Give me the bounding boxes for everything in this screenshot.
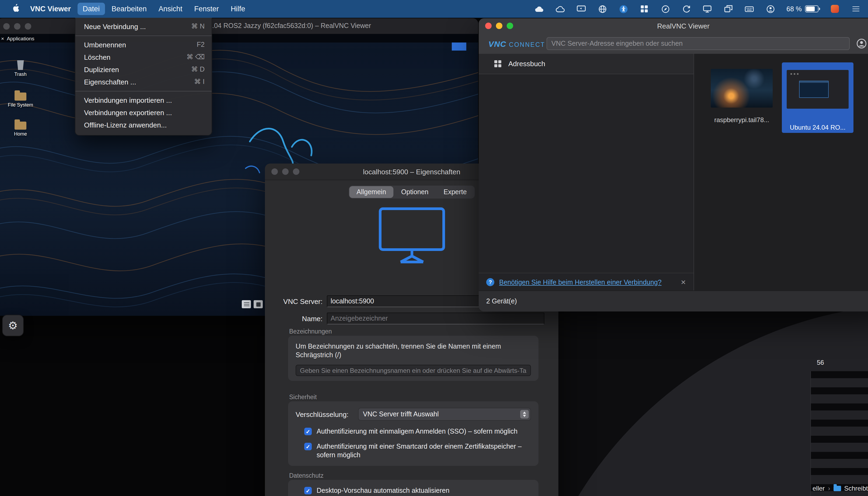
help-link[interactable]: Benötigen Sie Hilfe beim Herstellen eine… <box>499 278 661 286</box>
apple-icon <box>12 4 19 12</box>
minimize-button[interactable] <box>14 23 20 29</box>
sidebar-item-adressbuch[interactable]: Adressbuch <box>479 54 693 74</box>
folder-icon <box>15 93 26 100</box>
minimize-button[interactable] <box>496 22 503 29</box>
device-ubuntu-selected[interactable]: Ubuntu 24.04 RO... <box>782 62 853 133</box>
encryption-dropdown[interactable]: VNC Server trifft Auswahl <box>358 408 531 421</box>
menu-item-umbenennen[interactable]: Umbenennen F2 <box>75 39 212 51</box>
sync-icon[interactable] <box>682 4 691 13</box>
encryption-label: Verschlüsselung: <box>296 410 358 418</box>
path-bar: eller › Schreibt <box>812 485 868 492</box>
user-menu-icon[interactable] <box>765 4 775 13</box>
viewer-sidebar: Adressbuch ? Benötigen Sie Hilfe beim He… <box>479 54 694 291</box>
chevron-right-icon: › <box>828 485 830 492</box>
menu-hilfe[interactable]: Hilfe <box>225 3 251 15</box>
close-icon[interactable]: ✕ <box>680 278 686 286</box>
zoom-button[interactable] <box>25 23 31 29</box>
zoom-button[interactable] <box>507 22 513 29</box>
menu-item-eigenschaften[interactable]: Eigenschaften ... ⌘ I <box>75 76 212 88</box>
viewer-status-bar: 2 Gerät(e) <box>479 291 868 311</box>
list-row <box>811 387 868 394</box>
zoom-button[interactable] <box>293 168 299 175</box>
path-crumb[interactable]: eller <box>812 485 825 492</box>
preview-checkbox-label: Desktop-Vorschau automatisch aktualisier… <box>317 486 449 495</box>
cloud-icon[interactable] <box>535 4 544 13</box>
path-crumb[interactable]: Schreibt <box>844 485 868 492</box>
accessibility-icon[interactable] <box>618 4 628 13</box>
battery-status[interactable]: 68 % <box>787 5 819 13</box>
keyboard-input-icon[interactable] <box>745 4 754 13</box>
desktop-icon-trash[interactable]: Trash <box>9 60 32 77</box>
device-thumbnail <box>787 70 849 109</box>
app-menu[interactable]: VNC Viewer <box>25 3 76 15</box>
labels-section-title: Bezeichnungen <box>289 328 332 335</box>
menu-item-loeschen[interactable]: Löschen ⌘ ⌫ <box>75 51 212 63</box>
tab-allgemein[interactable]: Allgemein <box>349 186 394 198</box>
menu-bearbeiten[interactable]: Bearbeiten <box>106 3 152 15</box>
address-book-grid-icon <box>494 60 502 68</box>
background-row-number: 56 <box>817 359 824 366</box>
device-count: 2 Gerät(e) <box>486 297 517 305</box>
sign-in-button[interactable]: An <box>856 38 868 49</box>
menu-ansicht[interactable]: Ansicht <box>153 3 188 15</box>
background-list-rows <box>810 371 868 496</box>
desktop-icon-filesystem[interactable]: File System <box>9 93 32 108</box>
remote-window-title: .04 ROS2 Jazzy (f62cfac5632d:0) – RealVN… <box>212 22 371 30</box>
menu-item-neue-verbindung[interactable]: Neue Verbindung ... ⌘ N <box>75 20 212 33</box>
display-icon[interactable] <box>702 4 712 13</box>
menu-item-duplizieren[interactable]: Duplizieren ⌘ D <box>75 63 212 76</box>
labels-groupbox: Um Bezeichnungen zu schachteln, trennen … <box>288 336 538 381</box>
close-button[interactable] <box>485 22 492 29</box>
viewer-title: RealVNC Viewer <box>657 22 710 30</box>
close-button[interactable] <box>3 23 10 29</box>
close-button[interactable] <box>271 168 278 175</box>
cloud-icon[interactable] <box>555 4 565 13</box>
device-thumbnail <box>711 69 773 108</box>
server-address-search-input[interactable] <box>547 37 850 50</box>
labels-hint: Um Bezeichnungen zu schachteln, trennen … <box>296 342 531 359</box>
minimize-button[interactable] <box>282 168 289 175</box>
checkbox-checked[interactable]: ✓ <box>304 428 312 435</box>
menu-separator <box>75 91 212 91</box>
vnc-connect-logo: VNC CONNECT <box>489 39 542 48</box>
compass-icon[interactable] <box>660 4 670 13</box>
name-input[interactable] <box>327 313 544 324</box>
battery-percent: 68 % <box>787 5 802 13</box>
list-row <box>811 468 868 475</box>
device-raspberrypi[interactable]: raspberrypi.tail78... <box>711 69 773 124</box>
security-groupbox: Verschlüsselung: VNC Server trifft Auswa… <box>288 401 538 466</box>
desktop-icon-home[interactable]: Home <box>9 122 32 137</box>
menu-datei[interactable]: Datei <box>77 3 105 15</box>
dialog-title: localhost:5900 – Eigenschaften <box>363 168 460 176</box>
globe-icon[interactable] <box>597 4 607 13</box>
menu-item-verbindungen-importieren[interactable]: Verbindungen importieren ... <box>75 94 212 107</box>
screen-settings-button[interactable]: ⚙ <box>2 315 24 336</box>
smartcard-checkbox-row: ✓ Authentifizierung mit einer Smartcard … <box>296 442 531 460</box>
tab-optionen[interactable]: Optionen <box>394 186 436 198</box>
list-row <box>811 452 868 459</box>
device-name: raspberrypi.tail78... <box>711 116 773 124</box>
remote-window-titlebar[interactable]: .04 ROS2 Jazzy (f62cfac5632d:0) – RealVN… <box>0 18 478 34</box>
menu-item-verbindungen-exportieren[interactable]: Verbindungen exportieren ... <box>75 107 212 119</box>
name-row: Name: <box>265 313 558 324</box>
stage-manager-icon[interactable] <box>723 4 733 13</box>
screenshot-app-icon[interactable] <box>830 4 839 13</box>
checkbox-checked[interactable]: ✓ <box>304 443 312 450</box>
menu-lines-icon[interactable] <box>851 4 860 13</box>
labels-input[interactable] <box>296 365 531 376</box>
remote-applications-menu[interactable]: Applications <box>7 35 34 41</box>
screen-share-icon[interactable] <box>577 4 586 13</box>
viewer-titlebar[interactable]: RealVNC Viewer <box>479 18 868 33</box>
window-grid-icon[interactable] <box>640 4 649 13</box>
remote-keyboard-tray-icon[interactable] <box>242 300 251 308</box>
apple-menu[interactable] <box>8 2 24 16</box>
remote-tray-icon[interactable] <box>254 300 263 308</box>
smartcard-checkbox-label: Authentifizierung mit einer Smartcard od… <box>317 442 531 460</box>
menu-fenster[interactable]: Fenster <box>189 3 224 15</box>
tab-experte[interactable]: Experte <box>436 186 474 198</box>
mini-terminal <box>799 81 829 98</box>
menu-item-offline-lizenz[interactable]: Offline-Lizenz anwenden... <box>75 119 212 131</box>
help-bar: ? Benötigen Sie Hilfe beim Herstellen ei… <box>479 273 693 291</box>
encryption-row: Verschlüsselung: VNC Server trifft Auswa… <box>296 408 531 421</box>
checkbox-checked[interactable]: ✓ <box>304 487 312 494</box>
